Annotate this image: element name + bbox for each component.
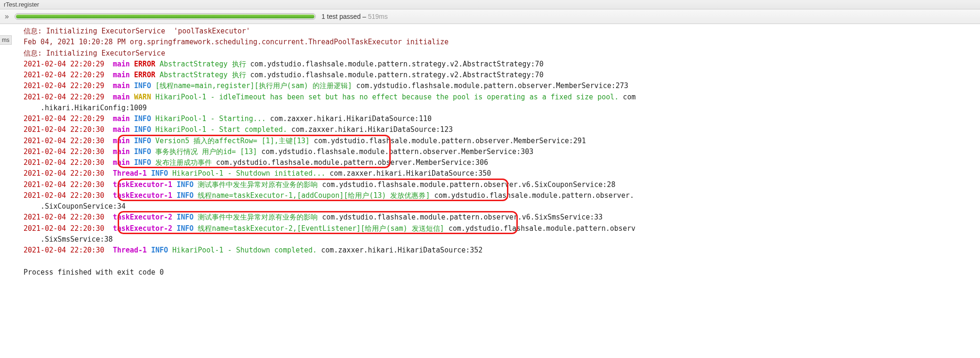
log-line: Process finished with exit code 0 [24, 267, 976, 278]
log-line: .SixSmsService:38 [24, 234, 976, 245]
log-line: 2021-02-04 22:20:29 main INFO [线程name=ma… [24, 81, 976, 91]
test-toolbar: » 1 test passed – 519ms [0, 9, 980, 24]
log-line: 2021-02-04 22:20:30 main INFO HikariPool… [24, 124, 976, 135]
title-text: rTest.register [4, 1, 39, 8]
left-gutter-tab[interactable]: ms [0, 35, 12, 45]
log-line: 2021-02-04 22:20:30 taskExecutor-1 INFO … [24, 190, 976, 201]
log-line: 2021-02-04 22:20:30 Thread-1 INFO Hikari… [24, 168, 976, 179]
log-line: 2021-02-04 22:20:30 main INFO 发布注册成功事件 c… [24, 157, 976, 168]
log-line: 2021-02-04 22:20:30 main INFO Version5 插… [24, 136, 976, 146]
log-line: 2021-02-04 22:20:30 taskExecutor-2 INFO … [24, 223, 976, 234]
log-line [24, 256, 976, 267]
log-line: 2021-02-04 22:20:29 main ERROR AbstractS… [24, 59, 976, 70]
log-line: 2021-02-04 22:20:29 main INFO HikariPool… [24, 114, 976, 124]
log-line: 2021-02-04 22:20:30 Thread-1 INFO Hikari… [24, 245, 976, 256]
test-progress-bar [15, 13, 316, 20]
title-bar: rTest.register [0, 0, 980, 9]
log-line: 2021-02-04 22:20:29 main ERROR AbstractS… [24, 70, 976, 81]
progress-fill [16, 15, 314, 18]
log-line: 信息: Initializing ExecutorService 'poolTa… [24, 26, 976, 37]
log-line: .hikari.HikariConfig:1009 [24, 103, 976, 114]
breadcrumb-chevron-icon[interactable]: » [5, 12, 9, 21]
log-line: 信息: Initializing ExecutorService [24, 48, 976, 59]
console-output[interactable]: 信息: Initializing ExecutorService 'poolTa… [0, 24, 980, 287]
log-line: 2021-02-04 22:20:30 taskExecutor-2 INFO … [24, 212, 976, 223]
log-line: 2021-02-04 22:20:30 main INFO 事务执行情况 用户的… [24, 146, 976, 157]
test-duration: 519ms [368, 13, 388, 20]
log-line: 2021-02-04 22:20:30 taskExecutor-1 INFO … [24, 179, 976, 190]
test-status: 1 test passed – 519ms [321, 13, 388, 20]
log-line: Feb 04, 2021 10:20:28 PM org.springframe… [24, 37, 976, 48]
test-passed-label: 1 test passed [321, 13, 361, 20]
log-line: .SixCouponService:34 [24, 201, 976, 212]
log-line: 2021-02-04 22:20:29 main WARN HikariPool… [24, 92, 976, 103]
